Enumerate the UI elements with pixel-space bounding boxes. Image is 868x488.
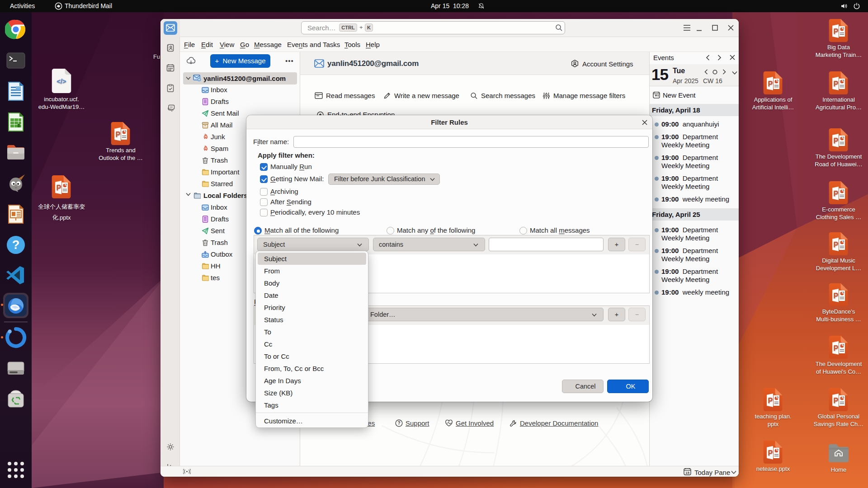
svg-text:?: ? [12, 238, 20, 252]
svg-text:15: 15 [685, 471, 689, 475]
